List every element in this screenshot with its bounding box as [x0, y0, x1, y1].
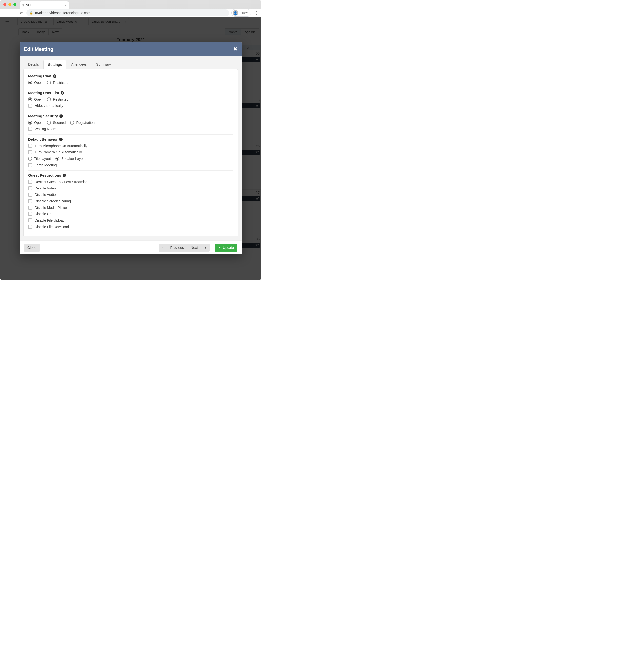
meeting-chat-option-open[interactable]: Open: [28, 80, 43, 85]
radio-icon: [55, 157, 59, 161]
mic-auto-checkbox[interactable]: Turn Microphone On Automatically: [28, 144, 233, 148]
checkbox-icon: [28, 212, 32, 216]
guest-restriction-disable-chat[interactable]: Disable Chat: [28, 212, 233, 216]
checkbox-icon: [28, 186, 32, 190]
section-title: Meeting Security: [28, 114, 58, 118]
checkbox-label: Disable Chat: [34, 212, 54, 216]
checkbox-label: Disable Audio: [34, 193, 56, 197]
tab-close-icon[interactable]: ×: [65, 3, 67, 7]
checkbox-label: Disable File Download: [34, 225, 69, 229]
guest-restriction-restrict-guest-to-guest-streaming[interactable]: Restrict Guest-to-Guest Streaming: [28, 180, 233, 184]
info-icon[interactable]: i: [63, 174, 66, 177]
profile-button[interactable]: 👤 Guest: [232, 9, 251, 17]
tab-summary[interactable]: Summary: [91, 60, 116, 69]
radio-icon: [70, 121, 74, 124]
radio-label: Speaker Layout: [61, 157, 86, 161]
checkbox-icon: [28, 163, 32, 167]
url-text: m4demo.videoconferencinginfo.com: [35, 11, 91, 15]
radio-icon: [47, 121, 51, 124]
window-close-icon[interactable]: [3, 3, 6, 6]
security-option-registration[interactable]: Registration: [70, 121, 95, 124]
radio-icon: [28, 80, 32, 85]
chevron-right-icon: ›: [205, 245, 206, 249]
window-minimize-icon[interactable]: [8, 3, 11, 6]
user-list-option-restricted[interactable]: Restricted: [47, 97, 68, 101]
new-tab-button[interactable]: +: [73, 3, 75, 8]
edit-meeting-modal: Edit Meeting ✖ DetailsSettingsAttendeesS…: [20, 43, 242, 254]
checkbox-icon: [28, 180, 32, 184]
security-option-secured[interactable]: Secured: [47, 121, 66, 124]
tab-title: VCI: [26, 3, 31, 7]
tab-settings[interactable]: Settings: [44, 60, 67, 69]
layout-option-tile-layout[interactable]: Tile Layout: [28, 157, 51, 161]
guest-restriction-disable-file-upload[interactable]: Disable File Upload: [28, 218, 233, 222]
browser-chrome: ◎ VCI × + ← → ⟳ 🔒 m4demo.videoconferenci…: [0, 0, 261, 17]
modal-title: Edit Meeting: [24, 46, 53, 52]
checkbox-icon: [28, 150, 32, 154]
checkbox-icon: [28, 127, 32, 131]
browser-tab[interactable]: ◎ VCI ×: [20, 1, 69, 9]
avatar-icon: 👤: [233, 10, 238, 16]
guest-restriction-disable-screen-sharing[interactable]: Disable Screen Sharing: [28, 199, 233, 203]
checkbox-label: Turn Microphone On Automatically: [34, 144, 88, 148]
guest-restriction-disable-video[interactable]: Disable Video: [28, 186, 233, 190]
favicon-icon: ◎: [22, 4, 24, 7]
checkbox-icon: [28, 193, 32, 197]
update-button[interactable]: ✔ Update: [215, 244, 237, 251]
checkbox-label: Disable Media Player: [34, 206, 67, 210]
radio-icon: [47, 80, 51, 85]
lock-icon: 🔒: [29, 11, 33, 15]
large-meeting-checkbox[interactable]: Large Meeting: [28, 163, 233, 167]
checkbox-icon: [28, 218, 32, 222]
layout-option-speaker-layout[interactable]: Speaker Layout: [55, 157, 86, 161]
guest-restriction-disable-file-download[interactable]: Disable File Download: [28, 225, 233, 229]
previous-button[interactable]: Previous: [167, 244, 187, 251]
radio-label: Open: [34, 97, 43, 101]
security-option-open[interactable]: Open: [28, 121, 43, 124]
prev-arrow-button[interactable]: ‹: [159, 244, 167, 251]
window-maximize-icon[interactable]: [13, 3, 16, 6]
radio-icon: [47, 97, 51, 101]
checkbox-label: Disable File Upload: [34, 218, 65, 222]
section-title: Guest Restrictions: [28, 173, 61, 177]
info-icon[interactable]: i: [59, 138, 63, 141]
radio-label: Tile Layout: [34, 157, 51, 161]
tab-details[interactable]: Details: [23, 60, 44, 69]
user-list-option-open[interactable]: Open: [28, 97, 43, 101]
window-controls: [2, 3, 18, 6]
guest-restriction-disable-audio[interactable]: Disable Audio: [28, 193, 233, 197]
section-user-list: Meeting User List i OpenRestricted Hide …: [28, 88, 233, 112]
guest-restriction-disable-media-player[interactable]: Disable Media Player: [28, 206, 233, 210]
checkbox-label: Turn Camera On Automatically: [34, 150, 82, 154]
section-title: Meeting Chat: [28, 74, 51, 78]
modal-tabs: DetailsSettingsAttendeesSummary: [20, 56, 242, 69]
checkbox-label: Disable Video: [34, 186, 56, 190]
info-icon[interactable]: i: [59, 114, 63, 118]
modal-close-icon[interactable]: ✖: [233, 46, 237, 52]
checkbox-icon: [28, 199, 32, 203]
browser-menu-icon[interactable]: ⋮: [254, 10, 259, 15]
next-arrow-button[interactable]: ›: [201, 244, 210, 251]
nav-back-icon[interactable]: ←: [2, 10, 8, 16]
nav-forward-icon: →: [10, 10, 16, 16]
close-button[interactable]: Close: [24, 244, 40, 251]
next-step-button[interactable]: Next: [187, 244, 201, 251]
section-guest-restrictions: Guest Restrictions i Restrict Guest-to-G…: [28, 171, 233, 232]
radio-icon: [28, 121, 32, 124]
cam-auto-checkbox[interactable]: Turn Camera On Automatically: [28, 150, 233, 154]
modal-footer: Close ‹ Previous Next › ✔ Update: [20, 240, 242, 254]
meeting-chat-option-restricted[interactable]: Restricted: [47, 80, 68, 85]
waiting-room-checkbox[interactable]: Waiting Room: [28, 127, 233, 131]
address-bar[interactable]: 🔒 m4demo.videoconferencinginfo.com: [26, 9, 229, 16]
nav-reload-icon[interactable]: ⟳: [19, 10, 24, 16]
info-icon[interactable]: i: [61, 91, 64, 95]
checkbox-icon: [28, 206, 32, 210]
radio-icon: [28, 157, 32, 161]
info-icon[interactable]: i: [53, 74, 56, 78]
checkbox-icon: [28, 144, 32, 148]
chevron-left-icon: ‹: [162, 245, 163, 249]
hide-automatically-checkbox[interactable]: Hide Automatically: [28, 104, 233, 108]
radio-label: Open: [34, 80, 43, 85]
radio-label: Registration: [76, 121, 95, 124]
tab-attendees[interactable]: Attendees: [67, 60, 91, 69]
